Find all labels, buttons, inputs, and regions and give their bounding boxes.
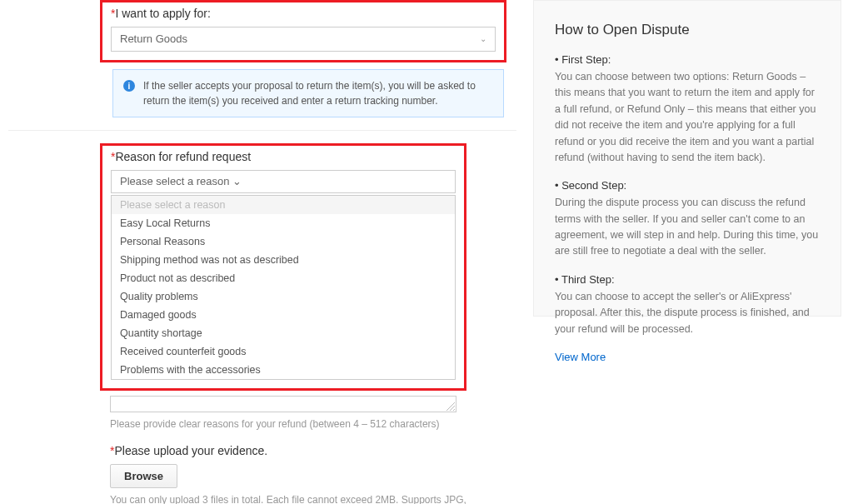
reason-option[interactable]: Shipping method was not as described	[112, 251, 455, 269]
right-sidebar: How to Open Dispute First Step: You can …	[533, 0, 841, 317]
evidence-label: *Please upload your evidence.	[110, 444, 506, 457]
step2-text: During the dispute process you can discu…	[555, 195, 820, 260]
divider	[8, 130, 516, 131]
resize-handle-icon	[446, 402, 455, 411]
reason-option-placeholder[interactable]: Please select a reason	[112, 196, 455, 214]
apply-for-selected: Return Goods	[120, 32, 187, 45]
step3-text: You can choose to accept the seller's or…	[555, 289, 820, 337]
reason-dropdown: Please select a reason Easy Local Return…	[111, 195, 456, 380]
chevron-up-icon: ⌄	[232, 175, 242, 187]
svg-line-2	[453, 409, 455, 411]
info-banner-text: If the seller accepts your proposal to r…	[143, 78, 493, 108]
step2-label: Second Step:	[555, 179, 820, 192]
view-more-link[interactable]: View More	[555, 351, 820, 363]
reason-highlight: *Reason for refund request Please select…	[100, 143, 466, 391]
chevron-down-icon: ⌄	[480, 27, 486, 51]
reason-option[interactable]: Personal Reasons	[112, 232, 455, 251]
reason-select[interactable]: Please select a reason ⌄	[111, 170, 456, 193]
apply-for-highlight: *I want to apply for: Return Goods ⌄	[100, 0, 506, 62]
reason-label: *Reason for refund request	[111, 150, 456, 163]
reason-option[interactable]: Received counterfeit goods	[112, 342, 455, 361]
step3-label: Third Step:	[555, 273, 820, 286]
reason-option[interactable]: Quality problems	[112, 287, 455, 306]
step1-text: You can choose between two options: Retu…	[555, 69, 820, 166]
reason-option[interactable]: Product not as described	[112, 269, 455, 287]
evidence-helper: You can only upload 3 files in total. Ea…	[110, 493, 496, 504]
reason-placeholder: Please select a reason	[120, 175, 230, 187]
info-icon: i	[123, 80, 135, 92]
reason-textarea[interactable]	[110, 396, 456, 412]
reason-option[interactable]: Easy Local Returns	[112, 214, 455, 232]
sidebar-title: How to Open Dispute	[555, 22, 820, 38]
browse-button[interactable]: Browse	[110, 464, 177, 488]
step1-label: First Step:	[555, 53, 820, 66]
apply-for-label: *I want to apply for:	[111, 7, 496, 20]
evidence-section: *Please upload your evidence. Browse You…	[110, 444, 506, 504]
reason-option[interactable]: Damaged goods	[112, 306, 455, 324]
info-banner: i If the seller accepts your proposal to…	[112, 69, 504, 117]
reason-helper-text: Please provide clear reasons for your re…	[110, 417, 458, 432]
apply-for-select[interactable]: Return Goods ⌄	[111, 27, 496, 52]
reason-option[interactable]: Quantity shortage	[112, 324, 455, 342]
reason-option[interactable]: Problems with the accessories	[112, 361, 455, 379]
left-column: *I want to apply for: Return Goods ⌄ i I…	[0, 0, 525, 504]
